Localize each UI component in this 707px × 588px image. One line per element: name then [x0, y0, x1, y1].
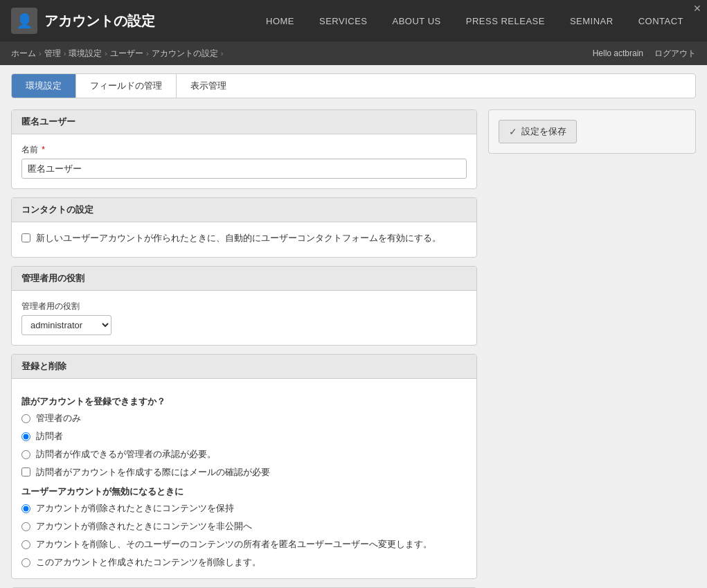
contact-settings-body: 新しいユーザーアカウントが作られたときに、自動的にユーザーコンタクトフォームを有… — [12, 222, 476, 257]
email-confirm-label[interactable]: 訪問者がアカウントを作成する際にはメールの確認が必要 — [36, 466, 270, 479]
col-side: ✓ 設定を保存 — [488, 109, 696, 588]
anonymous-user-header: 匿名ユーザー — [12, 110, 476, 134]
radio-admin-only-label[interactable]: 管理者のみ — [36, 412, 81, 425]
tab-environment[interactable]: 環境設定 — [12, 74, 76, 98]
radio-unpublish: アカウントが削除されたときにコンテンツを非公開へ — [21, 520, 467, 533]
anonymous-user-section: 匿名ユーザー 名前 * — [11, 109, 477, 189]
radio-visitor-approval-label[interactable]: 訪問者が作成できるが管理者の承認が必要。 — [36, 448, 216, 461]
radio-visitor-approval: 訪問者が作成できるが管理者の承認が必要。 — [21, 448, 467, 461]
admin-role-header: 管理者用の役割 — [12, 267, 476, 291]
admin-role-body: 管理者用の役割 administrator editor viewer — [12, 291, 476, 345]
name-input[interactable] — [21, 159, 467, 179]
email-confirm-row: 訪問者がアカウントを作成する際にはメールの確認が必要 — [21, 466, 467, 479]
radio-admin-only: 管理者のみ — [21, 412, 467, 425]
disabled-options-group: アカウントが削除されたときにコンテンツを保持 アカウントが削除されたときにコンテ… — [21, 502, 467, 569]
top-navigation: 👤 アカウントの設定 HOME SERVICES ABOUT US PRESS … — [0, 0, 707, 42]
col-main: 匿名ユーザー 名前 * コンタクトの設定 新しいユーザーアカウントが作られたとき… — [11, 109, 477, 588]
breadcrumb-user[interactable]: ユーザー — [110, 48, 143, 60]
nav-press[interactable]: PRESS RELEASE — [454, 0, 557, 42]
breadcrumb-admin[interactable]: 管理 — [44, 48, 61, 60]
contact-checkbox[interactable] — [21, 233, 30, 242]
radio-keep-input[interactable] — [21, 504, 30, 513]
logo-icon: 👤 — [11, 8, 37, 34]
admin-role-label: 管理者用の役割 — [21, 301, 467, 312]
anonymous-user-body: 名前 * — [12, 134, 476, 188]
close-icon[interactable]: ✕ — [693, 3, 701, 14]
when-disabled-label: ユーザーアカウントが無効になるときに — [21, 485, 467, 498]
hello-text: Hello actbrain — [593, 48, 643, 58]
logout-link[interactable]: ログアウト — [654, 48, 696, 60]
radio-unpublish-input[interactable] — [21, 522, 30, 531]
nav-services[interactable]: SERVICES — [307, 0, 380, 42]
site-logo: 👤 アカウントの設定 — [11, 8, 155, 34]
save-button-label: 設定を保存 — [521, 125, 566, 138]
radio-visitor-approval-input[interactable] — [21, 450, 30, 459]
breadcrumb-home[interactable]: ホーム — [11, 48, 36, 60]
radio-delete-all-label[interactable]: このアカウントと作成されたコンテンツを削除します。 — [36, 556, 261, 569]
layout-two-col: 匿名ユーザー 名前 * コンタクトの設定 新しいユーザーアカウントが作られたとき… — [11, 109, 696, 588]
breadcrumb-bar: ホーム › 管理 › 環境設定 › ユーザー › アカウントの設定 › Hell… — [0, 42, 707, 65]
admin-role-select[interactable]: administrator editor viewer — [21, 315, 111, 335]
radio-admin-only-input[interactable] — [21, 414, 30, 423]
radio-keep: アカウントが削除されたときにコンテンツを保持 — [21, 502, 467, 515]
tabs-bar: 環境設定 フィールドの管理 表示管理 — [11, 73, 696, 98]
contact-settings-header: コンタクトの設定 — [12, 198, 476, 222]
breadcrumb-sep-5: › — [221, 49, 224, 57]
nav-seminar[interactable]: SEMINAR — [557, 0, 626, 42]
nav-home[interactable]: HOME — [253, 0, 307, 42]
breadcrumb-sep-4: › — [146, 49, 149, 57]
registration-section: 登録と削除 誰がアカウントを登録できますか？ 管理者のみ 訪問者 — [11, 354, 477, 579]
site-title: アカウントの設定 — [44, 12, 155, 30]
radio-visitor-input[interactable] — [21, 432, 30, 441]
breadcrumb-sep-1: › — [39, 49, 42, 57]
save-check-icon: ✓ — [509, 126, 517, 137]
breadcrumb-sep-3: › — [105, 49, 107, 57]
tab-display[interactable]: 表示管理 — [177, 74, 240, 98]
save-button[interactable]: ✓ 設定を保存 — [499, 120, 577, 143]
radio-unpublish-label[interactable]: アカウントが削除されたときにコンテンツを非公開へ — [36, 520, 252, 533]
contact-checkbox-row: 新しいユーザーアカウントが作られたときに、自動的にユーザーコンタクトフォームを有… — [21, 232, 467, 244]
radio-visitor-label[interactable]: 訪問者 — [36, 430, 63, 443]
tab-fields[interactable]: フィールドの管理 — [76, 74, 177, 98]
nav-links: HOME SERVICES ABOUT US PRESS RELEASE SEM… — [183, 0, 696, 42]
breadcrumb-sep-2: › — [64, 49, 66, 57]
radio-reassign: アカウントを削除し、そのユーザーのコンテンツの所有者を匿名ユーザーユーザーへ変更… — [21, 538, 467, 551]
admin-role-section: 管理者用の役割 管理者用の役割 administrator editor vie… — [11, 266, 477, 346]
nav-about[interactable]: ABOUT US — [380, 0, 454, 42]
who-register-label: 誰がアカウントを登録できますか？ — [21, 395, 467, 408]
who-register-group: 管理者のみ 訪問者 訪問者が作成できるが管理者の承認が必要。 — [21, 412, 467, 461]
radio-delete-all: このアカウントと作成されたコンテンツを削除します。 — [21, 556, 467, 569]
main-content: 環境設定 フィールドの管理 表示管理 匿名ユーザー 名前 * コンタクトの設定 — [0, 65, 707, 588]
contact-settings-section: コンタクトの設定 新しいユーザーアカウントが作られたときに、自動的にユーザーコン… — [11, 197, 477, 258]
contact-checkbox-label[interactable]: 新しいユーザーアカウントが作られたときに、自動的にユーザーコンタクトフォームを有… — [36, 232, 441, 244]
breadcrumb-current: アカウントの設定 — [152, 48, 218, 60]
breadcrumb-user-actions: Hello actbrain ログアウト — [593, 48, 696, 60]
breadcrumb: ホーム › 管理 › 環境設定 › ユーザー › アカウントの設定 › — [11, 48, 223, 60]
radio-delete-all-input[interactable] — [21, 558, 30, 567]
registration-body: 誰がアカウントを登録できますか？ 管理者のみ 訪問者 訪問者が作成できるが — [12, 379, 476, 578]
registration-header: 登録と削除 — [12, 355, 476, 379]
save-card: ✓ 設定を保存 — [488, 109, 696, 154]
nav-contact[interactable]: CONTACT — [626, 0, 696, 42]
radio-keep-label[interactable]: アカウントが削除されたときにコンテンツを保持 — [36, 502, 234, 515]
radio-reassign-label[interactable]: アカウントを削除し、そのユーザーのコンテンツの所有者を匿名ユーザーユーザーへ変更… — [36, 538, 432, 551]
name-label: 名前 * — [21, 144, 467, 156]
radio-reassign-input[interactable] — [21, 540, 30, 549]
radio-visitor: 訪問者 — [21, 430, 467, 443]
breadcrumb-env[interactable]: 環境設定 — [69, 48, 102, 60]
email-confirm-checkbox[interactable] — [21, 467, 30, 476]
required-mark: * — [39, 145, 45, 154]
